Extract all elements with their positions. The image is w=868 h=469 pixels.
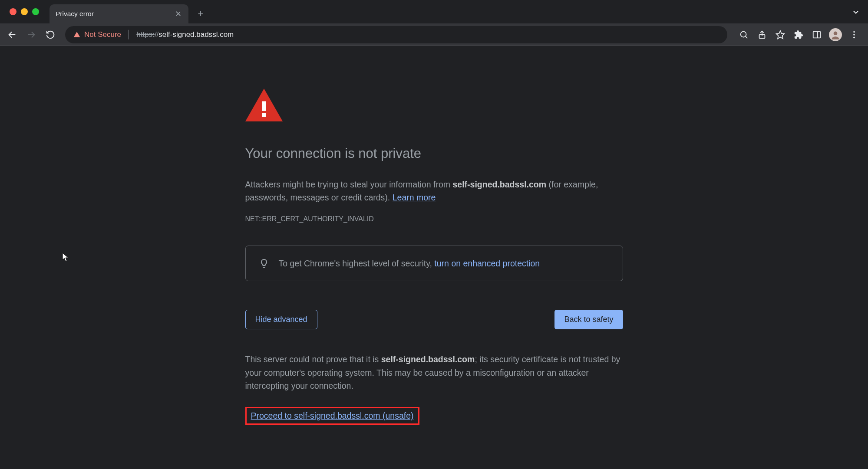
url-separator: // bbox=[155, 30, 158, 39]
ssl-interstitial: Your connection is not private Attackers… bbox=[245, 46, 623, 425]
window-titlebar: Privacy error ✕ + bbox=[0, 0, 868, 23]
tabs-dropdown-button[interactable] bbox=[851, 8, 860, 18]
window-controls bbox=[10, 8, 39, 15]
svg-rect-6 bbox=[813, 31, 821, 38]
bookmark-star-icon[interactable] bbox=[774, 29, 786, 41]
error-code: NET::ERR_CERT_AUTHORITY_INVALID bbox=[245, 215, 623, 223]
body-host: self-signed.badssl.com bbox=[452, 180, 546, 189]
svg-rect-14 bbox=[262, 101, 266, 111]
svg-rect-15 bbox=[262, 113, 266, 117]
svg-point-12 bbox=[853, 36, 855, 38]
mouse-cursor-icon bbox=[62, 252, 70, 262]
lightbulb-icon bbox=[259, 258, 269, 269]
svg-line-3 bbox=[746, 36, 747, 38]
proceed-highlight-box: Proceed to self-signed.badssl.com (unsaf… bbox=[245, 407, 419, 425]
page-content: Your connection is not private Attackers… bbox=[0, 46, 868, 469]
tip-text: To get Chrome's highest level of securit… bbox=[279, 259, 540, 269]
browser-toolbar: Not Secure │ https://self-signed.badssl.… bbox=[0, 23, 868, 46]
svg-marker-5 bbox=[776, 30, 784, 38]
back-to-safety-button[interactable]: Back to safety bbox=[554, 310, 623, 329]
url-text: https://self-signed.badssl.com bbox=[136, 30, 234, 39]
advanced-prefix: This server could not prove that it is bbox=[245, 354, 381, 364]
svg-point-11 bbox=[853, 34, 855, 36]
body-prefix: Attackers might be trying to steal your … bbox=[245, 180, 453, 189]
browser-tab[interactable]: Privacy error ✕ bbox=[50, 4, 188, 23]
close-tab-button[interactable]: ✕ bbox=[174, 10, 182, 18]
url-host: self-signed.badssl.com bbox=[158, 30, 234, 39]
security-label: Not Secure bbox=[84, 30, 121, 39]
toolbar-actions bbox=[738, 28, 860, 41]
menu-icon[interactable] bbox=[848, 29, 860, 41]
button-row: Hide advanced Back to safety bbox=[245, 310, 623, 329]
new-tab-button[interactable]: + bbox=[195, 8, 207, 20]
search-icon[interactable] bbox=[738, 29, 750, 41]
maximize-window-button[interactable] bbox=[32, 8, 39, 15]
address-bar[interactable]: Not Secure │ https://self-signed.badssl.… bbox=[65, 26, 727, 43]
share-icon[interactable] bbox=[756, 29, 768, 41]
close-window-button[interactable] bbox=[10, 8, 17, 15]
interstitial-title: Your connection is not private bbox=[245, 146, 623, 161]
warning-triangle-icon bbox=[245, 89, 283, 121]
svg-point-10 bbox=[853, 31, 855, 33]
forward-button[interactable] bbox=[23, 27, 39, 43]
minimize-window-button[interactable] bbox=[21, 8, 28, 15]
learn-more-link[interactable]: Learn more bbox=[393, 193, 436, 202]
advanced-host: self-signed.badssl.com bbox=[381, 354, 475, 364]
sidepanel-icon[interactable] bbox=[811, 29, 823, 41]
tab-title: Privacy error bbox=[56, 10, 169, 18]
svg-point-2 bbox=[741, 31, 746, 37]
advanced-explanation: This server could not prove that it is s… bbox=[245, 353, 623, 392]
extensions-icon[interactable] bbox=[792, 29, 805, 41]
tip-prefix: To get Chrome's highest level of securit… bbox=[279, 259, 435, 268]
url-scheme: https: bbox=[136, 30, 155, 39]
security-indicator[interactable]: Not Secure bbox=[73, 30, 121, 39]
omnibox-separator: │ bbox=[126, 30, 131, 39]
reload-button[interactable] bbox=[43, 27, 58, 43]
proceed-link[interactable]: Proceed to self-signed.badssl.com (unsaf… bbox=[251, 411, 414, 420]
warning-triangle-icon bbox=[73, 31, 81, 39]
enhanced-protection-link[interactable]: turn on enhanced protection bbox=[434, 259, 540, 268]
interstitial-body: Attackers might be trying to steal your … bbox=[245, 178, 623, 204]
back-button[interactable] bbox=[4, 27, 20, 43]
hide-advanced-button[interactable]: Hide advanced bbox=[245, 310, 317, 329]
profile-avatar[interactable] bbox=[829, 28, 842, 41]
svg-point-9 bbox=[834, 31, 838, 35]
enhanced-protection-tip: To get Chrome's highest level of securit… bbox=[245, 246, 623, 281]
